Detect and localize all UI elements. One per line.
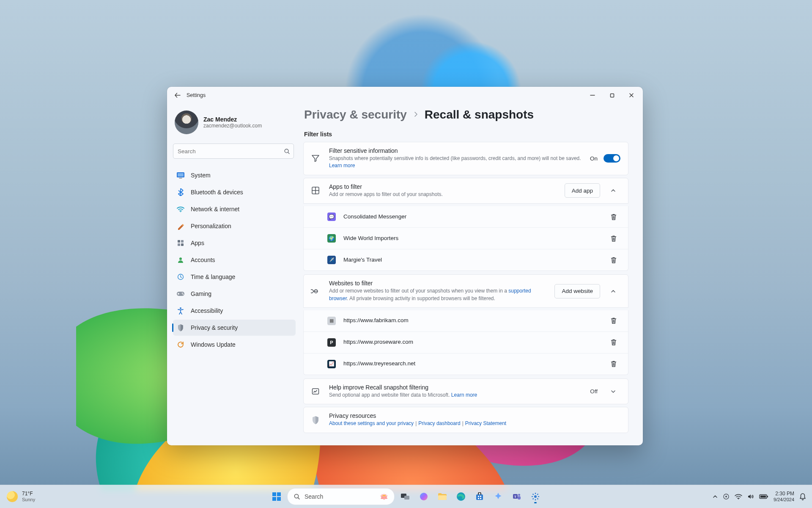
taskbar-clock[interactable]: 2:30 PM 9/24/2024: [774, 491, 794, 502]
nav-apps[interactable]: Apps: [173, 235, 296, 251]
wifi-icon[interactable]: [735, 494, 742, 500]
system-tray[interactable]: [713, 493, 768, 500]
app-name: Wide World Importers: [343, 235, 599, 241]
minimize-button[interactable]: [583, 88, 602, 102]
taskbar-right: 2:30 PM 9/24/2024: [713, 491, 812, 502]
clock-time: 2:30 PM: [774, 491, 794, 497]
nav-label: Windows Update: [191, 341, 236, 348]
add-website-button[interactable]: Add website: [554, 284, 600, 298]
nav-personalization[interactable]: Personalization: [173, 218, 296, 234]
app-name: Margie's Travel: [343, 257, 599, 263]
taskbar-app-edge[interactable]: [453, 489, 469, 505]
svg-rect-31: [478, 498, 479, 499]
taskbar-app-teams[interactable]: T: [509, 489, 525, 505]
clock-icon: [176, 273, 185, 281]
card-desc: Add or remove websites to filter out of …: [329, 287, 547, 302]
svg-rect-0: [610, 94, 614, 97]
taskbar-search[interactable]: Search 🪷: [287, 488, 395, 505]
collapse-apps[interactable]: [606, 184, 620, 197]
back-button[interactable]: [170, 88, 185, 102]
section-title: Filter lists: [304, 131, 628, 138]
link-privacy-statement[interactable]: Privacy Statement: [465, 420, 506, 426]
nav-privacy[interactable]: Privacy & security: [173, 320, 296, 336]
volume-icon[interactable]: [747, 494, 754, 500]
nav-gaming[interactable]: Gaming: [173, 286, 296, 302]
link-about-settings[interactable]: About these settings and your privacy: [329, 420, 414, 426]
apps-list: 💬 Consolidated Messenger 🌍 Wide World Im…: [303, 206, 628, 271]
add-app-button[interactable]: Add app: [565, 183, 600, 198]
delete-app-button[interactable]: [607, 210, 620, 224]
delete-site-button[interactable]: [607, 336, 620, 349]
card-help-improve[interactable]: Help improve Recall snapshot filtering S…: [303, 378, 628, 404]
svg-rect-28: [476, 494, 483, 500]
apps-icon: [176, 239, 185, 247]
nav-bluetooth[interactable]: Bluetooth & devices: [173, 184, 296, 200]
svg-rect-36: [518, 496, 521, 500]
collapse-websites[interactable]: [606, 284, 620, 298]
search-icon: [294, 493, 300, 500]
svg-rect-17: [313, 389, 319, 394]
tray-overflow-icon[interactable]: [713, 494, 718, 499]
svg-rect-4: [179, 178, 182, 179]
battery-icon[interactable]: [759, 494, 768, 499]
profile-block[interactable]: Zac Mendez zacmendez@outlook.com: [173, 107, 296, 141]
nav-label: Accounts: [191, 257, 215, 263]
nav-label: Time & language: [191, 273, 235, 280]
taskbar-weather[interactable]: 71°F Sunny: [0, 491, 35, 502]
system-icon: [176, 171, 185, 179]
nav-system[interactable]: System: [173, 167, 296, 183]
svg-point-5: [180, 211, 181, 212]
profile-email: zacmendez@outlook.com: [203, 123, 262, 129]
expand-improve[interactable]: [606, 385, 620, 398]
svg-point-39: [725, 496, 727, 497]
card-desc: Send optional app and website filter dat…: [329, 392, 582, 399]
taskbar-app-store[interactable]: [472, 489, 488, 505]
delete-site-button[interactable]: [607, 357, 620, 371]
websites-filter-block: Websites to filter Add or remove website…: [303, 274, 628, 375]
search-input[interactable]: [177, 148, 284, 155]
nav-update[interactable]: Windows Update: [173, 337, 296, 353]
nav-label: Bluetooth & devices: [191, 189, 243, 196]
close-button[interactable]: [622, 88, 641, 102]
card-desc-text: Snapshots where potentially sensitive in…: [329, 155, 581, 161]
learn-more-link[interactable]: Learn more: [451, 392, 477, 398]
search-box[interactable]: [173, 144, 294, 159]
taskbar-app-ai[interactable]: [490, 489, 506, 505]
breadcrumb-parent[interactable]: Privacy & security: [304, 108, 407, 121]
weather-cond: Sunny: [22, 497, 35, 502]
app-icon: 💬: [327, 213, 336, 221]
card-desc-pre: Add or remove websites to filter out of …: [329, 288, 508, 294]
update-icon: [176, 340, 185, 349]
site-url: https://www.fabrikam.com: [343, 317, 599, 323]
weather-icon: [7, 491, 18, 502]
nav-accessibility[interactable]: Accessibility: [173, 303, 296, 319]
delete-app-button[interactable]: [607, 232, 620, 245]
taskbar-app-copilot[interactable]: [416, 489, 432, 505]
site-row: P https://www.proseware.com: [304, 331, 628, 353]
svg-point-35: [518, 494, 520, 496]
taskbar-app-explorer[interactable]: [434, 489, 450, 505]
maximize-button[interactable]: [602, 88, 622, 102]
window-title: Settings: [187, 92, 206, 98]
resource-links: About these settings and your privacy|Pr…: [329, 420, 620, 427]
taskbar-app-settings[interactable]: [527, 489, 543, 505]
start-button[interactable]: [269, 489, 285, 505]
state-label: Off: [590, 388, 598, 395]
nav-network[interactable]: Network & internet: [173, 201, 296, 217]
learn-more-link[interactable]: Learn more: [329, 163, 355, 168]
copilot-tray-icon[interactable]: [723, 493, 730, 500]
nav-accounts[interactable]: Accounts: [173, 252, 296, 268]
taskbar-app-taskview[interactable]: [397, 489, 413, 505]
toggle-filter-sensitive[interactable]: [604, 154, 620, 163]
shield-icon: [310, 414, 321, 426]
delete-app-button[interactable]: [607, 253, 620, 267]
window-titlebar: Settings: [167, 87, 643, 104]
gaming-icon: [176, 290, 185, 298]
nav-time[interactable]: Time & language: [173, 269, 296, 285]
delete-site-button[interactable]: [607, 314, 620, 328]
notifications-icon[interactable]: [799, 493, 806, 500]
link-privacy-dashboard[interactable]: Privacy dashboard: [418, 420, 460, 426]
clock-date: 9/24/2024: [774, 497, 794, 502]
site-icon: 📈: [327, 360, 336, 368]
svg-rect-42: [760, 496, 766, 498]
